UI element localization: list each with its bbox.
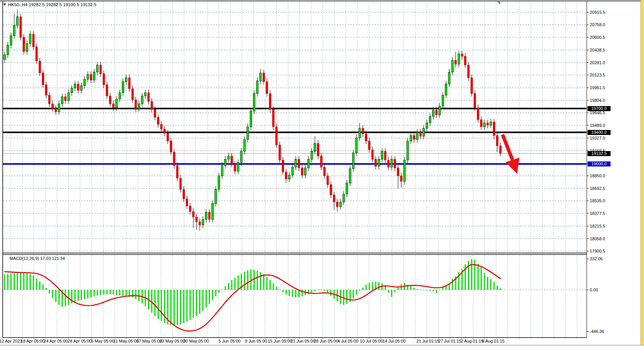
window-right-edge xyxy=(641,0,644,345)
price-tick-label: 20600.5 xyxy=(590,35,617,40)
macd-histogram-series xyxy=(4,259,501,326)
macd-indicator-label: MACD(12,26,9) 17.03 121.34 xyxy=(10,256,65,261)
price-tick-label: 18215.5 xyxy=(590,224,617,229)
time-axis-label: 8 Aug 01:15 xyxy=(482,339,505,343)
price-tick-label: 17900.5 xyxy=(590,249,617,254)
time-axis-label: 10 Jul 05:00 xyxy=(360,339,383,343)
price-tick-label: 20758.0 xyxy=(590,22,617,27)
price-tick-label: 20915.5 xyxy=(590,10,617,15)
time-axis-label: 21 Jul 01:15 xyxy=(416,339,439,343)
macd-tick-label: -446.36 xyxy=(590,329,617,334)
time-axis-label: 5 May 05:00 xyxy=(91,339,115,343)
time-axis-label: 24 Apr 05:00 xyxy=(44,339,68,343)
price-tick-label: 19961.5 xyxy=(590,85,617,90)
time-axis-label: 18 Apr 05:00 xyxy=(21,339,45,343)
macd-tick-label: 332.06 xyxy=(590,256,617,261)
price-tick-label: 20123.5 xyxy=(590,73,617,78)
time-axis-label: 28 Apr 05:00 xyxy=(68,339,92,343)
price-tick-label: 18535.0 xyxy=(590,198,617,203)
time-axis-label: 17 May 05:00 xyxy=(136,339,162,343)
time-axis-label: 30 May 05:00 xyxy=(183,339,209,343)
blue-level-price-label: 19000.0 xyxy=(587,161,611,166)
time-axis-label: 9 Jun 05:00 xyxy=(245,339,267,343)
price-tick-label: 19327.0 xyxy=(590,136,617,141)
time-axis-label: 4 Jul 05:00 xyxy=(338,339,358,343)
time-axis-label: 14 Jul 05:00 xyxy=(383,339,406,343)
price-tick-label: 18692.5 xyxy=(590,186,617,191)
time-axis-label: 11 May 05:00 xyxy=(113,339,139,343)
price-tick-label: 20281.0 xyxy=(590,60,617,65)
price-tick-label: 19646.5 xyxy=(590,110,617,115)
time-axis-label: 15 Jun 05:00 xyxy=(268,339,292,343)
time-axis-label: 27 Jul 01:15 xyxy=(438,339,461,343)
main-chart-plot[interactable] xyxy=(3,2,587,252)
black-level-price-label: 19700.0 xyxy=(587,106,611,111)
price-tick-label: 20438.5 xyxy=(590,48,617,53)
price-tick-label: 18377.5 xyxy=(590,211,617,216)
time-axis-label: 28 Jun 05:00 xyxy=(314,339,338,343)
time-axis-label: 23 May 05:00 xyxy=(160,339,185,343)
macd-tick-label: 0.00 xyxy=(590,288,617,293)
mt4-chart-window: HK50-,H4 19282.5 19282.5 19100.5 19132.5… xyxy=(0,0,644,346)
macd-signal-line xyxy=(5,264,501,331)
time-axis-label: 2 Aug 01:15 xyxy=(461,339,484,343)
black-level-price-label: 19400.0 xyxy=(587,130,611,135)
time-axis-label: 5 Jun 05:00 xyxy=(218,339,241,343)
price-tick-label: 19804.0 xyxy=(590,98,617,103)
price-tick-label: 18058.0 xyxy=(590,236,617,241)
black-level-price-label: 19132.5 xyxy=(587,151,611,156)
price-tick-label: 19489.0 xyxy=(590,123,617,128)
time-axis-label: 21 Jun 05:00 xyxy=(291,339,315,343)
time-axis-label: 12 Apr 2023 xyxy=(0,339,22,343)
price-tick-label: 18850.0 xyxy=(590,173,617,178)
